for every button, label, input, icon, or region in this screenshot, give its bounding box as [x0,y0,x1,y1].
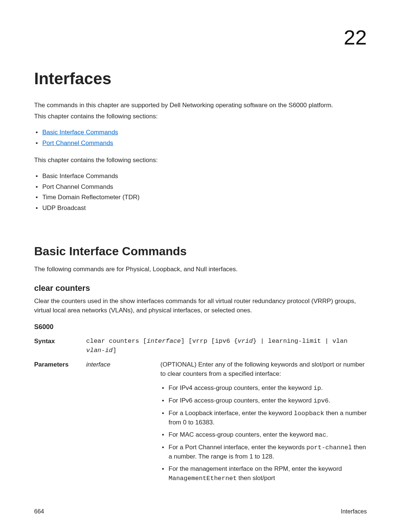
option-text: then slot/port [237,474,275,482]
syntax-text: } | learning-limit | vlan [253,338,348,345]
list-item: For MAC access-group counters, enter the… [160,430,367,440]
intro-paragraph-2: This chapter contains the following sect… [34,112,367,121]
command-heading: clear counters [34,282,367,294]
syntax-text: clear counters [ [86,338,147,345]
platform-heading: S6000 [34,322,367,332]
section-description: The following commands are for Physical,… [34,265,367,274]
link-basic-interface-commands[interactable]: Basic Interface Commands [42,129,118,136]
syntax-text: ] [113,347,116,354]
option-text: For the management interface on the RPM,… [169,465,342,472]
option-text: For IPv6 access-group counters, enter th… [169,397,313,404]
parameter-options-list: For IPv4 access-group counters, enter th… [160,384,367,483]
option-text: . [329,397,330,404]
intro-paragraph-1: The commands in this chapter are support… [34,101,367,110]
section-list: Basic Interface Commands Port Channel Co… [34,172,367,213]
option-keyword: ipv6 [313,397,329,404]
command-description: Clear the counters used in the show inte… [34,297,367,315]
syntax-italic: vrid [238,338,253,345]
page-footer: 664 Interfaces [34,507,367,516]
section-heading: Basic Interface Commands [34,243,367,260]
list-item: Basic Interface Commands [34,128,367,137]
syntax-label: Syntax [34,337,86,355]
link-list: Basic Interface Commands Port Channel Co… [34,128,367,148]
option-keyword: loopback [294,410,324,417]
list-item: For a Port Channel interface, enter the … [160,443,367,462]
option-text: For MAC access-group counters, enter the… [169,431,315,438]
list-item: For IPv6 access-group counters, enter th… [160,396,367,406]
list-item: Time Domain Reflectometer (TDR) [34,193,367,202]
syntax-row: Syntax clear counters [interface] [vrrp … [34,337,367,355]
intro-paragraph-3: This chapter contains the following sect… [34,156,367,165]
chapter-number: 22 [344,22,367,52]
parameter-description: (OPTIONAL) Enter any of the following ke… [160,360,367,486]
parameters-label: Parameters [34,360,86,486]
page-title: Interfaces [34,67,367,91]
option-text: . [321,384,323,391]
syntax-value: clear counters [interface] [vrrp [ipv6 {… [86,337,367,355]
parameter-description-text: (OPTIONAL) Enter any of the following ke… [160,360,367,378]
syntax-italic: interface [147,338,181,345]
syntax-text: ] [vrrp [ipv6 { [181,338,238,345]
option-keyword: ip [313,385,321,392]
parameter-name: interface [86,360,160,486]
list-item: For IPv4 access-group counters, enter th… [160,384,367,393]
option-text: For IPv4 access-group counters, enter th… [169,384,313,391]
option-keyword: mac [315,431,326,439]
parameters-row: Parameters interface (OPTIONAL) Enter an… [34,360,367,486]
footer-section-name: Interfaces [341,507,367,516]
page-number: 664 [34,507,44,516]
option-keyword: ManagementEthernet [169,475,237,482]
syntax-italic: vlan-id [86,347,113,354]
list-item: For a Loopback interface, enter the keyw… [160,409,367,427]
list-item: For the management interface on the RPM,… [160,464,367,483]
option-text: . [326,431,328,438]
option-keyword: port-channel [306,444,352,451]
link-port-channel-commands[interactable]: Port Channel Commands [42,139,113,147]
parameters-value: interface (OPTIONAL) Enter any of the fo… [86,360,367,486]
list-item: Basic Interface Commands [34,172,367,181]
option-text: For a Loopback interface, enter the keyw… [169,410,294,417]
list-item: UDP Broadcast [34,204,367,213]
option-text: For a Port Channel interface, enter the … [169,444,306,451]
list-item: Port Channel Commands [34,183,367,192]
list-item: Port Channel Commands [34,139,367,148]
